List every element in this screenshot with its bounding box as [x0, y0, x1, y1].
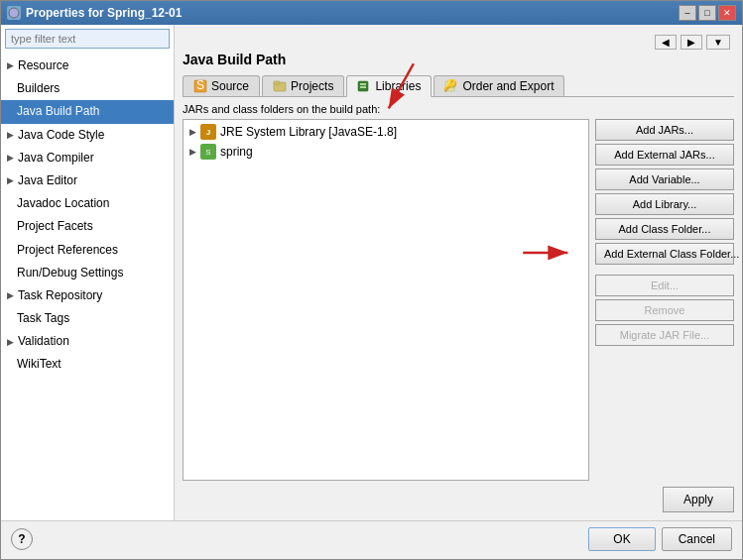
tree-item-spring[interactable]: ▶Sspring — [186, 142, 586, 162]
sidebar-item-label: Task Repository — [18, 286, 102, 305]
nav-bar: ◀ ▶ ▼ — [183, 33, 734, 52]
tree-item-label: JRE System Library [JavaSE-1.8] — [220, 125, 397, 139]
content-split: ▶JJRE System Library [JavaSE-1.8]▶Ssprin… — [183, 119, 734, 481]
sidebar-item-label: Validation — [18, 332, 69, 351]
sidebar-item-resource[interactable]: ▶Resource — [1, 55, 174, 77]
sidebar-item-label: Task Tags — [17, 309, 69, 328]
source-tab-label: Source — [211, 79, 249, 93]
nav-menu-button[interactable]: ▼ — [706, 35, 730, 50]
title-controls: – □ ✕ — [679, 5, 736, 21]
svg-rect-7 — [360, 86, 366, 88]
migrate-jar-button: Migrate JAR File... — [595, 324, 734, 346]
spring-icon: S — [200, 144, 216, 160]
sidebar-items: ▶ResourceBuildersJava Build Path▶Java Co… — [1, 53, 174, 520]
window-body: ▶ResourceBuildersJava Build Path▶Java Co… — [1, 25, 742, 520]
sidebar-item-run-debug-settings[interactable]: Run/Debug Settings — [1, 262, 174, 284]
help-button[interactable]: ? — [11, 528, 33, 550]
maximize-button[interactable]: □ — [698, 5, 716, 21]
add-library-button[interactable]: Add Library... — [595, 193, 734, 215]
close-button[interactable]: ✕ — [718, 5, 736, 21]
tab-projects[interactable]: Projects — [262, 75, 344, 96]
ok-button[interactable]: OK — [588, 527, 655, 551]
sidebar-item-label: Run/Debug Settings — [17, 264, 123, 282]
sidebar-item-validation[interactable]: ▶Validation — [1, 330, 174, 353]
svg-point-0 — [9, 8, 19, 18]
expand-arrow-icon: ▶ — [7, 128, 14, 142]
sidebar-item-label: Project Facets — [17, 217, 93, 236]
page-title: Java Build Path — [183, 52, 734, 67]
window-icon — [7, 6, 21, 20]
svg-rect-4 — [274, 81, 280, 84]
add-jars-button[interactable]: Add JARs... — [595, 119, 734, 141]
add-external-jars-button[interactable]: Add External JARs... — [595, 144, 734, 166]
svg-text:🔑: 🔑 — [444, 79, 457, 92]
sidebar-item-label: Builders — [17, 79, 60, 98]
libraries-tab-label: Libraries — [375, 79, 421, 93]
sidebar-item-label: WikiText — [17, 355, 62, 374]
sidebar-item-task-tags[interactable]: Task Tags — [1, 307, 174, 330]
dialog-footer: ? OK Cancel — [1, 520, 742, 559]
minimize-button[interactable]: – — [679, 5, 696, 21]
expand-arrow-icon: ▶ — [7, 151, 14, 165]
sidebar-item-java-code-style[interactable]: ▶Java Code Style — [1, 124, 174, 147]
expand-arrow-icon: ▶ — [7, 58, 14, 72]
sidebar-item-label: Java Compiler — [18, 149, 94, 168]
expand-arrow-icon: ▶ — [7, 173, 14, 187]
tree-item-jre-system[interactable]: ▶JJRE System Library [JavaSE-1.8] — [186, 122, 586, 142]
sidebar-item-javadoc-location[interactable]: Javadoc Location — [1, 192, 174, 215]
window-title: Properties for Spring_12-01 — [26, 6, 182, 20]
nav-back-button[interactable]: ◀ — [655, 35, 677, 50]
sidebar-item-label: Java Code Style — [18, 126, 104, 145]
tree-item-label: spring — [220, 145, 253, 159]
libraries-tab-icon — [357, 79, 371, 93]
sidebar-item-wikitext[interactable]: WikiText — [1, 353, 174, 376]
expand-arrow-icon: ▶ — [7, 288, 14, 302]
main-content: ◀ ▶ ▼ Java Build Path SSourceProjectsLib… — [175, 25, 742, 520]
projects-tab-label: Projects — [291, 79, 333, 93]
add-class-folder-button[interactable]: Add Class Folder... — [595, 218, 734, 240]
svg-rect-6 — [360, 83, 366, 85]
buttons-panel: Add JARs...Add External JARs...Add Varia… — [595, 119, 734, 481]
jar-icon: J — [200, 124, 216, 140]
tree-panel: ▶JJRE System Library [JavaSE-1.8]▶Ssprin… — [183, 119, 589, 481]
tree-expand-icon: ▶ — [189, 147, 196, 157]
sidebar-item-project-facets[interactable]: Project Facets — [1, 215, 174, 238]
sidebar-item-java-compiler[interactable]: ▶Java Compiler — [1, 147, 174, 169]
footer-buttons: OK Cancel — [588, 527, 732, 551]
sidebar-item-label: Java Build Path — [17, 102, 99, 121]
sidebar-item-builders[interactable]: Builders — [1, 77, 174, 100]
sidebar-item-task-repository[interactable]: ▶Task Repository — [1, 284, 174, 307]
source-tab-icon: S — [193, 79, 207, 93]
sidebar: ▶ResourceBuildersJava Build Path▶Java Co… — [1, 25, 175, 520]
expand-arrow-icon: ▶ — [7, 335, 14, 349]
sidebar-item-label: Javadoc Location — [17, 194, 109, 213]
add-variable-button[interactable]: Add Variable... — [595, 168, 734, 190]
section-label: JARs and class folders on the build path… — [183, 103, 734, 115]
sidebar-item-project-references[interactable]: Project References — [1, 239, 174, 262]
order-and-export-tab-icon: 🔑 — [444, 79, 458, 93]
remove-button: Remove — [595, 299, 734, 321]
tab-source[interactable]: SSource — [183, 75, 260, 96]
svg-text:S: S — [196, 79, 204, 92]
tab-order-and-export[interactable]: 🔑Order and Export — [433, 75, 564, 96]
filter-input[interactable] — [5, 29, 170, 49]
cancel-button[interactable]: Cancel — [662, 527, 732, 551]
sidebar-item-java-build-path[interactable]: Java Build Path — [1, 100, 174, 123]
apply-button[interactable]: Apply — [663, 487, 734, 512]
tree-expand-icon: ▶ — [189, 127, 196, 137]
title-bar: Properties for Spring_12-01 – □ ✕ — [1, 1, 742, 25]
sidebar-item-label: Java Editor — [18, 171, 77, 190]
sidebar-item-label: Resource — [18, 56, 68, 75]
sidebar-item-label: Project References — [17, 241, 118, 260]
tabs-bar: SSourceProjectsLibraries🔑Order and Expor… — [183, 75, 734, 97]
main-panel: ◀ ▶ ▼ Java Build Path SSourceProjectsLib… — [175, 25, 742, 520]
nav-forward-button[interactable]: ▶ — [681, 35, 702, 50]
add-external-class-folder-button[interactable]: Add External Class Folder... — [595, 243, 734, 265]
sidebar-item-java-editor[interactable]: ▶Java Editor — [1, 169, 174, 192]
order-and-export-tab-label: Order and Export — [462, 79, 554, 93]
edit-button: Edit... — [595, 275, 734, 296]
projects-tab-icon — [273, 79, 287, 93]
tab-libraries[interactable]: Libraries — [346, 75, 432, 97]
